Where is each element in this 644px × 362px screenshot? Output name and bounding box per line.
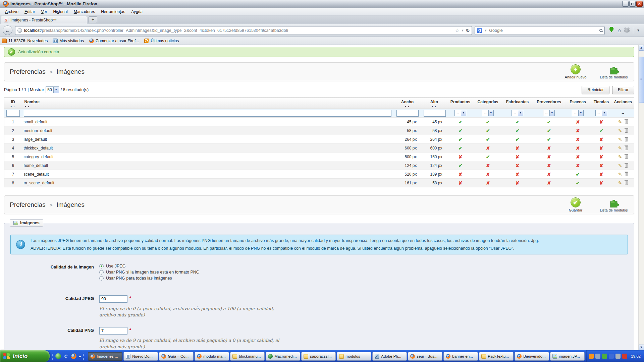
delete-icon[interactable] — [625, 172, 628, 176]
bookmark-item[interactable]: Últimas noticias — [144, 39, 179, 43]
edit-icon[interactable]: ✎ — [618, 146, 622, 150]
taskbar-task[interactable]: PackTextu... — [479, 352, 514, 361]
delete-icon[interactable] — [625, 120, 628, 124]
filter-nombre-input[interactable] — [24, 110, 391, 117]
taskbar-task[interactable]: Bienvenido... — [515, 352, 549, 361]
taskbar-task[interactable]: Macromedi... — [266, 352, 300, 361]
tab-images-prestashop[interactable]: S Imágenes - PrestaShop™ — [1, 16, 87, 24]
filter-categorias-select[interactable]: --▼ — [482, 110, 493, 116]
delete-icon[interactable] — [625, 164, 628, 168]
search-bar[interactable]: g ▼ Google — [475, 26, 605, 35]
radio-png-if-base-png[interactable]: Usar PNG si la imagen base está en forma… — [99, 270, 628, 275]
minimize-button[interactable]: — — [622, 1, 629, 7]
menu-editar[interactable]: Editar — [21, 8, 38, 15]
taskbar-task[interactable]: imagen.JP... — [550, 352, 585, 361]
dropdown-icon[interactable]: ▼ — [461, 110, 466, 116]
column-header-nombre[interactable]: Nombre▼▲ — [22, 98, 393, 109]
delete-icon[interactable] — [625, 181, 628, 185]
firefox-icon[interactable] — [71, 353, 76, 359]
fly-addon-icon[interactable] — [624, 28, 630, 33]
new-tab-button[interactable]: + — [89, 16, 97, 23]
search-engine-dropdown-icon[interactable]: ▼ — [484, 29, 487, 32]
bookmark-star-icon[interactable]: ☆ — [455, 27, 459, 34]
downloads-icon[interactable] — [609, 28, 614, 32]
sort-icons[interactable]: ▼▲ — [405, 105, 411, 108]
filter-ancho-input[interactable] — [396, 110, 419, 117]
breadcrumb-section[interactable]: Preferencias — [10, 201, 46, 208]
tray-security-icon[interactable] — [622, 354, 627, 359]
filter-proveedores-select[interactable]: --▼ — [543, 110, 554, 116]
edit-icon[interactable]: ✎ — [618, 163, 622, 168]
taskbar-task[interactable]: saporacssl... — [301, 352, 336, 361]
edit-icon[interactable]: ✎ — [618, 181, 622, 185]
save-button[interactable]: ✔ Guardar — [561, 197, 590, 212]
page-size-dropdown-icon[interactable]: ▼ — [53, 87, 59, 93]
internet-explorer-icon[interactable]: e — [63, 353, 69, 359]
url-dropdown-icon[interactable]: ▼ — [461, 29, 464, 32]
google-engine-icon[interactable]: g — [477, 28, 482, 33]
dropdown-icon[interactable]: ▼ — [602, 110, 607, 116]
add-new-button[interactable]: + Añadir nuevo — [561, 64, 590, 79]
delete-icon[interactable] — [625, 155, 628, 159]
dropdown-icon[interactable]: ▼ — [488, 110, 493, 116]
search-go-icon[interactable] — [599, 29, 602, 32]
search-input[interactable]: Google — [489, 28, 502, 33]
taskbar-task[interactable]: Guía – Co... — [159, 352, 194, 361]
home-icon[interactable]: ⌂ — [618, 27, 621, 34]
radio-icon[interactable] — [99, 270, 104, 275]
delete-icon[interactable] — [625, 129, 628, 133]
start-button[interactable]: Inicio — [0, 350, 50, 362]
bookmark-item[interactable]: Más visitados — [53, 39, 84, 43]
filter-button[interactable]: Filtrar — [612, 86, 634, 94]
taskbar-task[interactable]: Adobe Ph... — [372, 352, 407, 361]
breadcrumb-section[interactable]: Preferencias — [10, 68, 46, 75]
delete-icon[interactable] — [625, 137, 628, 141]
taskbar-task[interactable]: modulo ma... — [195, 352, 229, 361]
edit-icon[interactable]: ✎ — [618, 128, 622, 133]
module-list-button-top[interactable]: Lista de módulos — [599, 64, 629, 79]
close-button[interactable]: ✕ — [636, 1, 643, 7]
radio-selected-icon[interactable] — [99, 264, 104, 268]
edit-icon[interactable]: ✎ — [618, 155, 622, 159]
filter-tiendas-select[interactable]: --▼ — [595, 110, 607, 116]
radio-icon[interactable] — [99, 276, 104, 281]
url-bar[interactable]: localhost/prestashop/admin3142/index.php… — [15, 26, 472, 35]
jpeg-quality-input[interactable] — [99, 295, 127, 303]
sort-icons[interactable]: ▼▲ — [10, 105, 16, 108]
menu-ver[interactable]: Ver — [38, 8, 50, 15]
messenger-icon[interactable] — [55, 353, 61, 359]
page-size-select[interactable]: 50 ▼ — [46, 86, 59, 93]
edit-icon[interactable]: ✎ — [618, 172, 622, 177]
restore-button[interactable] — [629, 1, 636, 7]
taskbar-task[interactable]: banner en... — [443, 352, 478, 361]
filter-id-input[interactable] — [6, 110, 20, 117]
taskbar-task[interactable]: seur - Bus... — [408, 352, 442, 361]
scroll-up-icon[interactable]: ▲ — [639, 45, 644, 51]
menu-archivo[interactable]: Archivo — [2, 8, 21, 15]
reset-button[interactable]: Reiniciar — [582, 86, 609, 94]
bookmark-item[interactable]: 11-82376: Novedades — [2, 39, 48, 43]
vertical-scrollbar[interactable]: ▲ ▼ — [638, 45, 644, 350]
quick-launch-overflow-icon[interactable]: » — [78, 354, 81, 359]
png-quality-input[interactable] — [99, 327, 127, 335]
bookmark-item[interactable]: Comenzar a usar Firef... — [89, 39, 139, 43]
edit-icon[interactable]: ✎ — [618, 120, 622, 124]
tray-network-icon[interactable] — [595, 354, 600, 359]
taskbar-task[interactable]: Nuevo Do... — [123, 352, 158, 361]
menu-marcadores[interactable]: Marcadores — [71, 8, 98, 15]
tray-volume-icon[interactable] — [609, 354, 614, 359]
radio-use-jpeg[interactable]: Use JPEG — [99, 264, 628, 268]
scrollbar-thumb[interactable] — [639, 57, 644, 103]
taskbar-task[interactable]: Imágenes ... — [88, 352, 122, 361]
filter-escenas-select[interactable]: --▼ — [572, 110, 583, 116]
edit-icon[interactable]: ✎ — [618, 137, 622, 142]
sort-icons[interactable]: ▼▲ — [431, 105, 437, 108]
filter-alto-input[interactable] — [424, 110, 446, 117]
tray-app-green-icon[interactable] — [602, 354, 607, 359]
taskbar-task[interactable]: blockmanu... — [230, 352, 265, 361]
module-list-button-bottom[interactable]: Lista de módulos — [599, 197, 629, 212]
filter-fabricantes-select[interactable]: --▼ — [512, 110, 523, 116]
toolbar-overflow-chevron-icon[interactable]: ▼ — [637, 28, 640, 32]
tray-gray-icon[interactable] — [615, 354, 621, 359]
dropdown-icon[interactable]: ▼ — [578, 110, 583, 116]
